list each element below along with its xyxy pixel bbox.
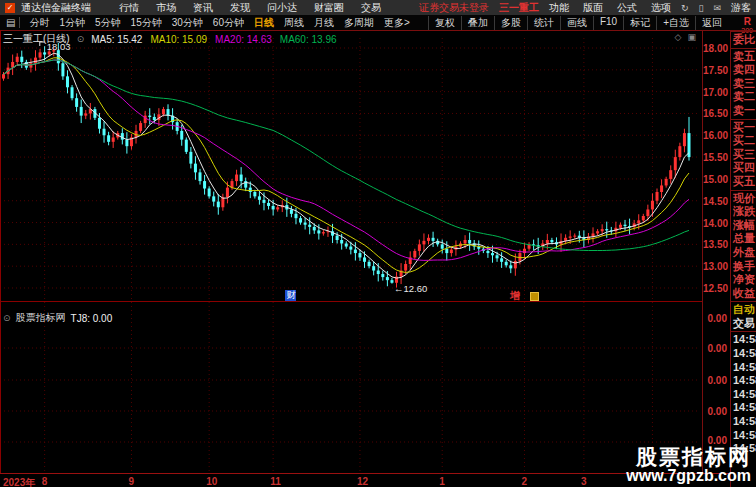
quote-row-label: 买一 <box>731 121 756 135</box>
menu-item[interactable]: 选项 <box>651 1 671 15</box>
chart-region: 18.03←12.60 三一重工(日线) ⊙ MA5: 15.42MA10: 1… <box>0 30 702 473</box>
toolbar-button[interactable]: 多股 <box>494 16 527 30</box>
sub-axis-label: 0.00 <box>703 313 727 324</box>
trade-action-row[interactable]: 自动 <box>731 303 756 317</box>
toolbar-buttons: 复权叠加多股统计画线F10标记+自选返回 <box>428 16 728 30</box>
ma-value: MA10: 15.09 <box>150 34 207 45</box>
guest-label[interactable]: 游客 <box>731 1 751 15</box>
toolbar-button[interactable]: 统计 <box>527 16 560 30</box>
price-label: 15.00 <box>703 174 727 185</box>
period-tab[interactable]: 30分钟 <box>167 16 208 30</box>
price-label: 15.50 <box>703 152 727 163</box>
tdx-logo-icon[interactable]: ✓ <box>5 3 15 13</box>
menu-item[interactable]: 版面 <box>583 1 603 15</box>
margin-trading-flag: R <box>744 16 751 27</box>
price-label: 12.50 <box>703 283 727 294</box>
period-tab[interactable]: 多周期 <box>339 16 379 30</box>
price-label: 18.00 <box>703 43 727 54</box>
month-tick-label: 10 <box>206 476 217 487</box>
menu-item[interactable]: 公式 <box>617 1 637 15</box>
menu-item[interactable]: 问小达 <box>267 1 297 15</box>
chart-title[interactable]: 三一重工(日线) <box>3 32 70 46</box>
mail-icon[interactable]: ✉ <box>713 3 721 13</box>
current-stock-name[interactable]: 三一重工 <box>499 1 539 15</box>
price-label: 13.00 <box>703 261 727 272</box>
quote-row-label: 现价 <box>731 192 756 206</box>
period-tab[interactable]: 15分钟 <box>126 16 167 30</box>
menu-item[interactable]: 资讯 <box>193 1 213 15</box>
menu-item[interactable]: 市场 <box>156 1 176 15</box>
right-menu: 功能版面公式选项 <box>549 1 671 15</box>
month-tick-label: 11 <box>270 476 281 487</box>
period-tab[interactable]: 更多> <box>379 16 415 30</box>
main-menu: 行情市场资讯发现问小达财富圈交易 <box>119 1 381 15</box>
trade-time-row: 14:58 <box>731 415 756 429</box>
mobile-icon[interactable]: ▯ <box>699 3 704 13</box>
quote-row-label: 净资 <box>731 273 756 287</box>
month-tick-label: 1 <box>439 476 445 487</box>
indicator-source: 股票指标网 <box>16 311 66 325</box>
panel-divider <box>731 331 756 332</box>
period-tab[interactable]: 分时 <box>24 16 54 30</box>
period-tab[interactable]: 1分钟 <box>54 16 90 30</box>
ma-line-20 <box>4 60 690 260</box>
period-tab[interactable]: 日线 <box>249 16 279 30</box>
trade-time-row: 14:58 <box>731 374 756 388</box>
toolbar-button[interactable]: 叠加 <box>461 16 494 30</box>
panel-divider <box>731 31 756 32</box>
period-tab[interactable]: 5分钟 <box>90 16 126 30</box>
watermark: 股票指标网 www.7gpzb.com <box>626 446 751 485</box>
chart-corner-icons: ◇ ▣ <box>675 32 696 42</box>
toolbar-button[interactable]: F10 <box>593 16 623 30</box>
price-label: 14.50 <box>703 196 727 207</box>
menu-item[interactable]: 财富圈 <box>314 1 344 15</box>
app-title: 通达信金融终端 <box>21 1 91 15</box>
toolbar-button[interactable]: 画线 <box>560 16 593 30</box>
watermark-site-name: 股票指标网 <box>626 446 751 468</box>
panel-divider <box>731 301 756 302</box>
maximize-pane-icon[interactable]: ▣ <box>687 32 696 42</box>
period-tab[interactable]: 周线 <box>279 16 309 30</box>
menu-item[interactable]: 功能 <box>549 1 569 15</box>
month-tick-label: 3 <box>581 476 587 487</box>
month-tick-label: 2 <box>521 476 527 487</box>
refresh-icon[interactable]: ↻ <box>681 3 689 13</box>
price-label: 17.50 <box>703 65 727 76</box>
period-tab[interactable]: 60分钟 <box>208 16 249 30</box>
diamond-mark-icon[interactable]: ◇ <box>675 32 682 42</box>
menu-item[interactable]: 行情 <box>119 1 139 15</box>
panel-divider <box>731 48 756 49</box>
quote-row-label: 卖四 <box>731 63 756 77</box>
quote-row-label: 卖二 <box>731 90 756 104</box>
period-toolbar: ▤ 分时1分钟5分钟15分钟30分钟60分钟日线周线月线多周期更多> 复权叠加多… <box>0 15 756 30</box>
menu-item[interactable]: 交易 <box>361 1 381 15</box>
quote-row-label: 买四 <box>731 161 756 175</box>
period-tab[interactable]: 月线 <box>309 16 339 30</box>
sub-axis-label: 0.00 <box>703 406 727 417</box>
indicator-icon[interactable]: ⊙ <box>3 313 11 323</box>
info-mine-icon[interactable] <box>530 292 539 301</box>
top-menu-bar: ✓ 通达信金融终端 行情市场资讯发现问小达财富圈交易 证券交易未登录 三一重工 … <box>0 0 756 15</box>
chart-canvas[interactable]: 18.03←12.60 <box>0 30 702 473</box>
quote-row-label: 买五 <box>731 175 756 189</box>
price-label: 16.00 <box>703 130 727 141</box>
toolbar-button[interactable]: 返回 <box>695 16 728 30</box>
quote-row-label: 委比 <box>731 33 756 47</box>
menu-item[interactable]: 发现 <box>230 1 250 15</box>
trade-time-row: 14:58 <box>731 347 756 361</box>
financial-report-badge[interactable]: 财 <box>285 290 296 301</box>
holdings-increase-marker[interactable]: 增 <box>510 289 520 303</box>
indicator-settings-icon[interactable]: ⊙ <box>77 34 85 44</box>
quote-row-label: 涨幅 <box>731 219 756 233</box>
quote-row-label: 卖一 <box>731 104 756 118</box>
price-label: 13.50 <box>703 239 727 250</box>
toolbar-button[interactable]: +自选 <box>656 16 695 30</box>
trade-action-row[interactable]: 交易 <box>731 317 756 331</box>
main-chart-header: 三一重工(日线) ⊙ MA5: 15.42MA10: 15.09MA20: 14… <box>3 32 337 46</box>
toolbar-button[interactable]: 复权 <box>428 16 461 30</box>
layout-panel-icon[interactable]: ▤ <box>2 17 20 28</box>
ma-values: MA5: 15.42MA10: 15.09MA20: 14.63MA60: 13… <box>91 34 336 45</box>
toolbar-button[interactable]: 标记 <box>623 16 656 30</box>
price-label: 14.00 <box>703 218 727 229</box>
indicator-value: TJ8: 0.00 <box>71 313 113 324</box>
